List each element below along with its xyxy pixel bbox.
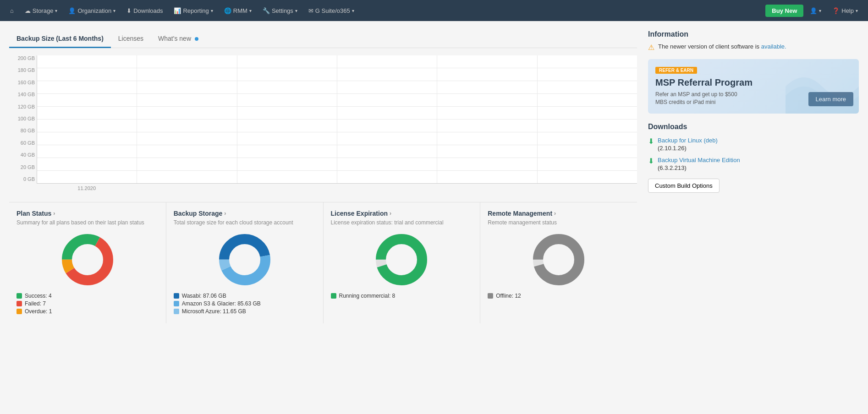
download-icon: ⬇ — [126, 7, 132, 14]
svg-point-9 — [381, 239, 422, 280]
wave-decoration — [786, 59, 859, 114]
donut-license — [331, 232, 473, 287]
legend-dot-offline — [488, 293, 493, 299]
donut-plan-status — [16, 232, 159, 287]
download-item-linux: ⬇ Backup for Linux (deb) (2.10.1.26) — [648, 136, 859, 152]
legend-license: Running commercial: 8 — [331, 293, 473, 299]
tab-whats-new[interactable]: What's new — [151, 30, 206, 48]
arrow-icon: › — [224, 210, 226, 217]
left-panel: Backup Size (Last 6 Months) Licenses Wha… — [9, 30, 637, 323]
arrow-icon: › — [554, 210, 556, 217]
caret-icon: ▾ — [55, 8, 57, 13]
legend-dot-success — [16, 293, 22, 299]
donut-backup-storage — [174, 232, 316, 287]
buy-new-button[interactable]: Buy New — [765, 5, 803, 17]
card-license-expiration: License Expiration › License expiration … — [324, 202, 481, 323]
caret-icon: ▾ — [295, 8, 297, 13]
cards-row: Plan Status › Summary for all plans base… — [9, 202, 637, 323]
chart-bars — [37, 55, 637, 183]
svg-point-11 — [538, 239, 579, 280]
nav-downloads[interactable]: ⬇ Downloads — [122, 5, 167, 16]
nav-organization[interactable]: 👤 Organization ▾ — [64, 5, 120, 16]
download-vm-link[interactable]: Backup Virtual Machine Edition — [658, 157, 740, 163]
cloud-icon: ☁ — [25, 7, 31, 14]
card-plan-status: Plan Status › Summary for all plans base… — [9, 202, 166, 323]
arrow-icon: › — [53, 210, 55, 217]
right-panel: Information ⚠ The newer version of clien… — [648, 30, 859, 323]
chart-body — [37, 55, 637, 184]
mail-icon: ✉ — [308, 7, 313, 14]
download-item-vm: ⬇ Backup Virtual Machine Edition (6.3.2.… — [648, 156, 859, 171]
refer-badge: REFER & EARN — [655, 67, 697, 74]
download-arrow-icon: ⬇ — [648, 137, 654, 146]
download-arrow-icon: ⬇ — [648, 157, 654, 165]
caret-icon: ▾ — [352, 8, 354, 13]
nav-user[interactable]: 👤 ▾ — [805, 5, 826, 16]
org-icon: 👤 — [68, 7, 76, 14]
x-label-1: 11.2020 — [37, 185, 137, 191]
tab-licenses[interactable]: Licenses — [111, 30, 151, 48]
caret-icon: ▾ — [249, 8, 252, 13]
navbar: ⌂ ☁ Storage ▾ 👤 Organization ▾ ⬇ Downloa… — [0, 0, 868, 21]
legend-remote: Offline: 12 — [488, 293, 630, 299]
tabs-bar: Backup Size (Last 6 Months) Licenses Wha… — [9, 30, 637, 48]
info-notice: ⚠ The newer version of client software i… — [648, 43, 859, 52]
caret-icon: ▾ — [113, 8, 115, 13]
tab-backup-size[interactable]: Backup Size (Last 6 Months) — [9, 30, 111, 48]
legend-dot-wasabi — [174, 293, 179, 299]
globe-icon: 🌐 — [224, 7, 231, 14]
legend-dot-azure — [174, 309, 179, 314]
chart-icon: 📊 — [174, 7, 181, 14]
custom-build-button[interactable]: Custom Build Options — [648, 179, 720, 193]
nav-gsuite[interactable]: ✉ G Suite/o365 ▾ — [304, 5, 359, 16]
nav-reporting[interactable]: 📊 Reporting ▾ — [169, 5, 217, 16]
nav-storage[interactable]: ☁ Storage ▾ — [20, 5, 62, 16]
nav-settings[interactable]: 🔧 Settings ▾ — [258, 5, 302, 16]
card-backup-storage: Backup Storage › Total storage size for … — [166, 202, 324, 323]
whats-new-badge — [195, 37, 198, 41]
legend-dot-amazon — [174, 301, 179, 306]
donut-remote — [488, 232, 630, 287]
arrow-icon: › — [390, 210, 391, 217]
nav-rmm[interactable]: 🌐 RMM ▾ — [220, 5, 256, 16]
warning-icon: ⚠ — [648, 43, 654, 52]
legend-backup-storage: Wasabi: 87.06 GB Amazon S3 & Glacier: 85… — [174, 293, 316, 315]
nav-help[interactable]: ❓ Help ▾ — [828, 5, 863, 16]
help-icon: ❓ — [832, 7, 840, 14]
referral-desc: Refer an MSP and get up to $500 MBS cred… — [655, 91, 747, 106]
caret-icon: ▾ — [211, 8, 213, 13]
referral-box: REFER & EARN MSP Referral Program Refer … — [648, 59, 859, 114]
download-vm-version: (6.3.2.213) — [658, 164, 687, 171]
chart-y-axis: 0 GB 20 GB 40 GB 60 GB 80 GB 100 GB 120 … — [13, 55, 35, 182]
legend-dot-commercial — [331, 293, 336, 299]
downloads-section-title: Downloads — [648, 123, 859, 131]
wrench-icon: 🔧 — [263, 7, 270, 14]
legend-dot-overdue — [16, 309, 22, 314]
available-link[interactable]: available. — [761, 43, 786, 50]
card-remote-management: Remote Management › Remote management st… — [480, 202, 637, 323]
main-container: Backup Size (Last 6 Months) Licenses Wha… — [0, 21, 868, 332]
info-title: Information — [648, 30, 859, 38]
legend-plan-status: Success: 4 Failed: 7 Overdue: 1 — [16, 293, 159, 315]
chart-x-axis: 11.2020 — [37, 185, 637, 191]
download-linux-version: (2.10.1.26) — [658, 145, 687, 152]
nav-home[interactable]: ⌂ — [5, 5, 18, 16]
chart-wrapper: 0 GB 20 GB 40 GB 60 GB 80 GB 100 GB 120 … — [9, 55, 637, 191]
legend-dot-failed — [16, 301, 22, 306]
download-linux-link[interactable]: Backup for Linux (deb) — [658, 137, 718, 144]
